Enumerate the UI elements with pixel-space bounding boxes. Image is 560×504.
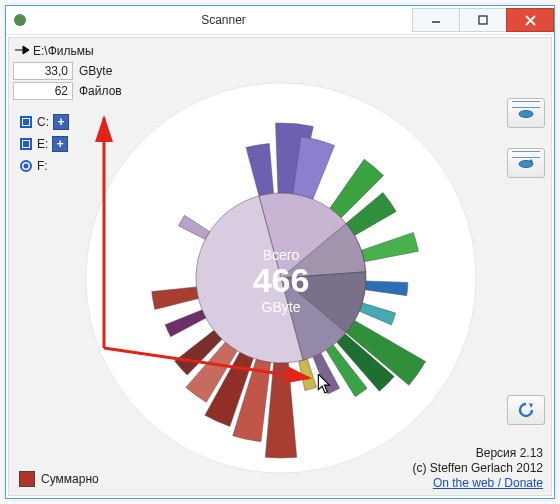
drive-circle-icon [19, 159, 33, 173]
maximize-button[interactable] [459, 8, 507, 32]
cursor-icon [317, 374, 333, 394]
drive-label: E: [37, 137, 48, 151]
titlebar: Scanner [6, 6, 554, 35]
path-value: E:\Фильмы [33, 44, 163, 58]
drive-square-icon [19, 137, 33, 151]
drive-c[interactable]: C: + [19, 112, 69, 132]
expand-button[interactable]: + [52, 136, 68, 152]
svg-rect-7 [23, 119, 29, 125]
size-value: 33,0 [13, 62, 73, 80]
svg-point-12 [519, 111, 533, 118]
refresh-button[interactable] [507, 395, 545, 425]
app-window: Scanner E:\Фильмы [5, 5, 555, 499]
svg-point-11 [24, 164, 29, 169]
window-title: Scanner [34, 13, 413, 27]
sunburst-chart[interactable]: Всего466GByte [71, 68, 491, 488]
legend-swatch [19, 471, 35, 487]
expand-button[interactable]: + [53, 114, 69, 130]
close-button[interactable] [506, 8, 554, 32]
client-area: E:\Фильмы 33,0 GByte 62 Файлов C: + [8, 37, 552, 496]
drive-e[interactable]: E: + [19, 134, 69, 154]
svg-rect-3 [479, 16, 487, 24]
rescan-folder-button[interactable] [507, 148, 545, 178]
svg-text:GByte: GByte [262, 299, 301, 315]
minimize-button[interactable] [412, 8, 460, 32]
rescan-drives-button[interactable] [507, 98, 545, 128]
drive-list: C: + E: + F: [19, 112, 69, 178]
window-buttons [413, 8, 554, 32]
drive-f[interactable]: F: [19, 156, 69, 176]
svg-rect-1 [19, 15, 23, 17]
svg-text:466: 466 [253, 261, 310, 299]
app-icon [12, 12, 28, 28]
svg-rect-9 [23, 141, 29, 147]
breadcrumb: E:\Фильмы [13, 42, 163, 60]
drive-square-icon [19, 115, 33, 129]
files-value: 62 [13, 82, 73, 100]
drive-label: C: [37, 115, 49, 129]
path-arrow-icon [13, 44, 33, 59]
drive-label: F: [37, 159, 48, 173]
